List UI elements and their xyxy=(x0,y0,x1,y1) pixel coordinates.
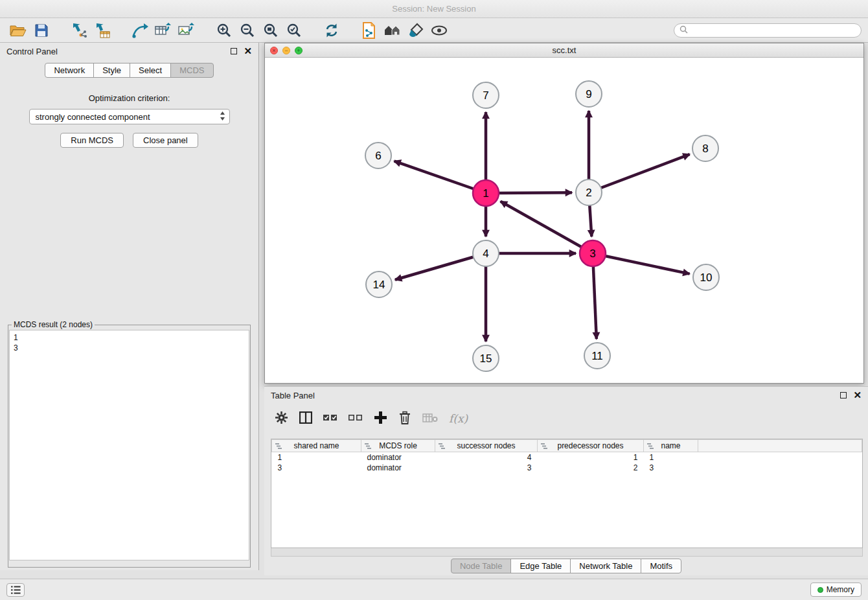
svg-text:14: 14 xyxy=(373,279,385,291)
zoom-in-icon[interactable] xyxy=(212,20,236,41)
network-graph[interactable]: 7968124314101511 xyxy=(265,58,863,383)
refresh-icon[interactable] xyxy=(320,20,343,41)
node-8[interactable]: 8 xyxy=(692,135,718,161)
criterion-dropdown-value: strongly connected component xyxy=(36,112,220,122)
memory-status-icon xyxy=(817,587,823,593)
edge-4-14[interactable] xyxy=(395,253,486,280)
network-arrows-icon[interactable] xyxy=(128,20,152,41)
task-history-button[interactable] xyxy=(6,583,25,597)
table-cell[interactable]: 3 xyxy=(272,463,361,473)
table-toolbar: f(x) xyxy=(275,408,468,430)
tab-select[interactable]: Select xyxy=(130,63,171,78)
search-input[interactable] xyxy=(691,26,856,35)
edge-2-8[interactable] xyxy=(589,154,690,192)
memory-button[interactable]: Memory xyxy=(810,583,862,597)
svg-text:6: 6 xyxy=(375,150,381,162)
node-10[interactable]: 10 xyxy=(693,264,719,290)
close-icon[interactable]: ✕ xyxy=(853,392,862,398)
optimization-label: Optimization criterion: xyxy=(0,93,258,103)
maximize-window-icon[interactable]: + xyxy=(295,47,303,54)
table-cell[interactable]: 3 xyxy=(435,463,538,473)
criterion-dropdown[interactable]: strongly connected component xyxy=(29,109,230,124)
node-11[interactable]: 11 xyxy=(584,343,610,369)
search-icon xyxy=(680,25,688,36)
deselect-all-columns-icon[interactable] xyxy=(348,413,363,424)
table-cell[interactable]: 1 xyxy=(644,452,698,463)
node-6[interactable]: 6 xyxy=(365,143,391,168)
column-header[interactable]: successor nodes xyxy=(435,440,538,452)
table-row[interactable]: 3dominator323 xyxy=(272,463,862,473)
table-row[interactable]: 1dominator411 xyxy=(272,452,862,463)
function-builder-icon[interactable]: f(x) xyxy=(449,412,468,425)
float-window-icon[interactable] xyxy=(840,392,847,398)
edge-3-1[interactable] xyxy=(501,202,593,253)
column-sort-icon xyxy=(647,443,654,452)
document-network-icon[interactable] xyxy=(358,20,381,41)
table-cell[interactable]: 4 xyxy=(435,452,538,463)
network-canvas[interactable]: 7968124314101511 xyxy=(265,58,863,383)
node-2[interactable]: 2 xyxy=(576,179,602,205)
column-header[interactable]: shared name xyxy=(272,440,361,452)
folder-open-icon[interactable] xyxy=(6,20,30,41)
split-columns-icon[interactable] xyxy=(299,411,312,426)
node-14[interactable]: 14 xyxy=(366,271,392,297)
table-scrollbar[interactable] xyxy=(271,548,863,557)
node-3[interactable]: 3 xyxy=(580,240,606,266)
float-window-icon[interactable] xyxy=(231,48,237,54)
list-icon xyxy=(11,586,21,594)
column-sort-icon xyxy=(365,443,371,452)
table-cell[interactable]: 1 xyxy=(272,452,361,463)
table-header-row: shared nameMCDS rolesuccessor nodesprede… xyxy=(272,440,862,452)
network-window-titlebar[interactable]: × − + scc.txt xyxy=(265,43,863,58)
node-15[interactable]: 15 xyxy=(473,345,499,371)
run-mcds-button[interactable]: Run MCDS xyxy=(60,133,124,148)
import-network-icon[interactable] xyxy=(67,20,91,41)
style-brush-icon[interactable] xyxy=(404,20,428,41)
search-field[interactable] xyxy=(674,23,862,38)
tab-motifs[interactable]: Motifs xyxy=(641,559,681,573)
close-icon[interactable]: ✕ xyxy=(244,48,252,54)
eye-icon[interactable] xyxy=(428,20,451,41)
column-header-filler xyxy=(698,440,862,452)
close-window-icon[interactable]: × xyxy=(270,47,278,54)
delete-table-icon[interactable] xyxy=(422,413,438,425)
tab-edge-table[interactable]: Edge Table xyxy=(510,559,571,573)
column-header[interactable]: name xyxy=(644,440,698,452)
tab-mcds[interactable]: MCDS xyxy=(170,63,213,78)
svg-text:11: 11 xyxy=(591,350,603,362)
add-column-icon[interactable] xyxy=(374,411,387,426)
column-header[interactable]: MCDS role xyxy=(361,440,435,452)
zoom-selected-icon[interactable] xyxy=(282,20,306,41)
import-table-icon[interactable] xyxy=(91,20,114,41)
column-header[interactable]: predecessor nodes xyxy=(538,440,644,452)
minimize-window-icon[interactable]: − xyxy=(282,47,290,54)
table-cell[interactable]: dominator xyxy=(361,452,435,463)
edge-1-6[interactable] xyxy=(394,161,486,193)
tab-network[interactable]: Network xyxy=(45,63,94,78)
image-export-icon[interactable] xyxy=(175,20,198,41)
table-cell[interactable]: 2 xyxy=(538,463,644,473)
tab-style[interactable]: Style xyxy=(93,63,130,78)
node-4[interactable]: 4 xyxy=(473,240,499,266)
node-9[interactable]: 9 xyxy=(576,81,602,107)
table-cell[interactable]: 3 xyxy=(644,463,698,473)
mcds-result-text[interactable]: 1 3 xyxy=(9,330,249,560)
node-1[interactable]: 1 xyxy=(473,180,499,206)
svg-text:9: 9 xyxy=(586,88,591,100)
edge-3-10[interactable] xyxy=(593,253,690,274)
node-7[interactable]: 7 xyxy=(473,82,499,108)
table-cell[interactable]: 1 xyxy=(538,452,644,463)
tab-node-table[interactable]: Node Table xyxy=(451,559,512,573)
gear-icon[interactable] xyxy=(275,411,288,426)
zoom-fit-icon[interactable] xyxy=(259,20,282,41)
houses-icon[interactable] xyxy=(381,20,404,41)
table-export-icon[interactable] xyxy=(152,20,175,41)
tab-network-table[interactable]: Network Table xyxy=(570,559,641,573)
zoom-out-icon[interactable] xyxy=(236,20,259,41)
delete-column-icon[interactable] xyxy=(398,411,411,426)
svg-text:1: 1 xyxy=(483,187,488,200)
save-disk-icon[interactable] xyxy=(30,20,53,41)
close-panel-button[interactable]: Close panel xyxy=(133,133,198,148)
select-all-columns-icon[interactable] xyxy=(323,413,337,424)
table-cell[interactable]: dominator xyxy=(361,463,435,473)
